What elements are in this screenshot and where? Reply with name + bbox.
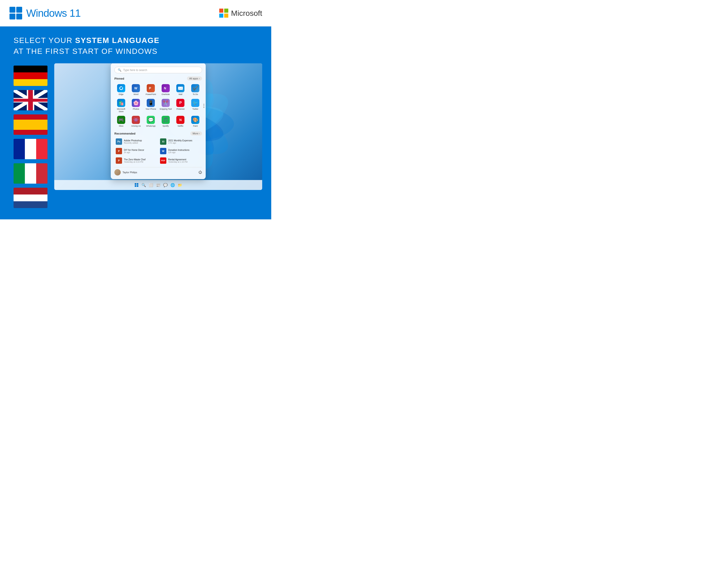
app-yourphone[interactable]: 📱 Your Phone [144, 98, 157, 114]
taskbar-taskview-icon[interactable]: ⬜ [148, 182, 154, 188]
yourphone-icon: 📱 [147, 99, 155, 107]
flag-france[interactable] [13, 139, 47, 159]
user-name: Taylor Philips [123, 171, 137, 174]
user-bar: Taylor Philips ⏻ [114, 167, 202, 176]
photoshop-info: Adobe Photoshop Recently added [124, 139, 142, 144]
recommended-header: Recommended More › [114, 131, 202, 135]
store-icon: 🛍️ [117, 99, 125, 107]
paint-label: Paint [193, 125, 198, 127]
start-menu: 🔍 Type here to search Pinned All apps › [111, 63, 206, 179]
pinned-label: Pinned [114, 77, 124, 80]
all-apps-button[interactable]: All apps › [187, 77, 202, 81]
app-twitter[interactable]: 🐦 Twitter [189, 98, 202, 114]
rec-rental[interactable]: PDF Rental Agreement Yesterday at 1:15 P… [159, 156, 202, 165]
recommended-grid: Ps Adobe Photoshop Recently added Xl 202… [114, 137, 202, 165]
app-snipping[interactable]: ✂️ Snipping Tool [159, 98, 173, 114]
todo-label: To Do [193, 93, 198, 96]
taskbar-search-icon[interactable]: 🔍 [141, 182, 146, 188]
taskbar-file-icon[interactable]: 📁 [177, 182, 183, 188]
word-label: Word [134, 93, 138, 96]
yourphone-label: Your Phone [146, 108, 156, 110]
desktop-background: 🔍 Type here to search Pinned All apps › [54, 63, 262, 190]
app-among[interactable]: 👾 Among Us [129, 115, 143, 128]
netflix-label: Netflix [178, 125, 183, 127]
app-xbox[interactable]: 🎮 Xbox [114, 115, 128, 128]
app-store[interactable]: 🛍️ Microsoft Store [114, 98, 128, 114]
flag-spain[interactable] [13, 115, 47, 135]
flags-column [13, 63, 47, 208]
netflix-icon: N [176, 116, 184, 124]
search-input[interactable]: Type here to search [123, 69, 147, 72]
svg-rect-1 [16, 7, 22, 13]
donation-icon: W [160, 148, 167, 154]
svg-rect-20 [135, 183, 136, 185]
svg-rect-0 [9, 7, 15, 13]
svg-rect-2 [9, 13, 15, 19]
app-onenote[interactable]: N OneNote [159, 83, 173, 97]
app-paint[interactable]: 🎨 Paint [189, 115, 202, 128]
recommended-label: Recommended [114, 132, 135, 135]
windows-branding: Windows 11 [9, 6, 81, 20]
svg-rect-3 [16, 13, 22, 19]
app-edge[interactable]: Edge [114, 83, 128, 97]
mail-icon: ✉️ [176, 84, 184, 92]
taskbar-chat-icon[interactable]: 💬 [163, 182, 168, 188]
microsoft-name-text: Microsoft [231, 9, 262, 18]
app-spotify[interactable]: 🎵 Spotify [159, 115, 173, 128]
spotify-label: Spotify [162, 125, 169, 127]
content-area: 🔍 Type here to search Pinned All apps › [0, 63, 271, 219]
onenote-icon: N [161, 84, 170, 92]
flag-netherlands[interactable] [13, 188, 47, 208]
svg-text:W: W [134, 86, 137, 90]
rec-donation[interactable]: W Donation Instructions 12h ago [159, 147, 202, 155]
more-dots-icon [203, 104, 204, 108]
photos-label: Photos [133, 108, 139, 110]
search-bar[interactable]: 🔍 Type here to search [114, 67, 202, 73]
whatsapp-label: WhatsApp [146, 125, 155, 127]
rental-info: Rental Agreement Yesterday at 1:15 PM [168, 158, 188, 163]
microsoft-logo-icon [219, 9, 228, 18]
zerowaste-icon: P [116, 157, 122, 164]
search-icon: 🔍 [118, 68, 122, 72]
xbox-label: Xbox [119, 125, 124, 127]
app-powerpoint[interactable]: P PowerPoint [144, 83, 157, 97]
app-netflix[interactable]: N Netflix [174, 115, 187, 128]
among-label: Among Us [131, 125, 141, 127]
onenote-label: OneNote [161, 93, 170, 96]
rec-expenses[interactable]: Xl 2021 Monthly Expenses 17m ago [159, 137, 202, 146]
paint-icon: 🎨 [191, 116, 199, 124]
flag-italy[interactable] [13, 163, 47, 184]
flag-germany[interactable] [13, 65, 47, 86]
edge-icon [117, 84, 125, 92]
header: Windows 11 Microsoft [0, 0, 271, 27]
app-todo[interactable]: ✔️ To Do [189, 83, 202, 97]
app-whatsapp[interactable]: 💬 WhatsApp [144, 115, 157, 128]
app-photos[interactable]: 🌸 Photos [129, 98, 143, 114]
recommended-section: Recommended More › Ps Adobe Photoshop Re… [114, 131, 202, 165]
more-button[interactable]: More › [190, 131, 202, 135]
excel-icon: Xl [160, 138, 167, 145]
app-word[interactable]: W Word [129, 83, 143, 97]
xbox-icon: 🎮 [117, 116, 125, 124]
rec-photoshop[interactable]: Ps Adobe Photoshop Recently added [114, 137, 158, 146]
mail-label: Mail [179, 93, 182, 96]
taskbar-start-icon[interactable] [134, 182, 139, 188]
flag-uk[interactable] [13, 90, 47, 110]
twitter-icon: 🐦 [191, 99, 199, 107]
word-icon: W [132, 84, 140, 92]
snipping-label: Snipping Tool [159, 108, 172, 110]
taskbar-widgets-icon[interactable]: 📰 [155, 182, 161, 188]
diy-info: DIY for Home Decor 2h ago [124, 149, 144, 153]
pinned-section-header: Pinned All apps › [114, 77, 202, 81]
rec-diy[interactable]: P DIY for Home Decor 2h ago [114, 147, 158, 155]
blue-section: SELECT YOUR SYSTEM LANGUAGE AT THE FIRST… [0, 27, 271, 219]
app-mail[interactable]: ✉️ Mail [174, 83, 187, 97]
rec-zerowaste[interactable]: P The Zero-Waste Chef Yesterday at 4:24 … [114, 156, 158, 165]
app-pinterest[interactable]: P Pinterest [174, 98, 187, 114]
zerowaste-info: The Zero-Waste Chef Yesterday at 4:24 PM [124, 158, 146, 163]
powerpoint-label: PowerPoint [146, 93, 156, 96]
diy-icon: P [116, 148, 122, 154]
edge-label: Edge [119, 93, 124, 96]
power-icon[interactable]: ⏻ [198, 170, 202, 174]
taskbar-edge-icon[interactable]: 🌐 [170, 182, 175, 188]
